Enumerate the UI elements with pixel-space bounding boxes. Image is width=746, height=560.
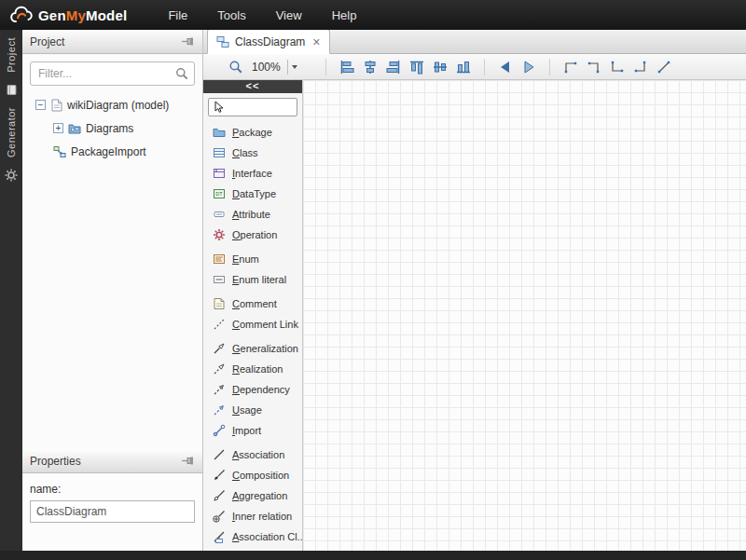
tree-item-wikidiagram-model[interactable]: − wikiDiagram (model) [22,93,202,116]
palette-item-generalization[interactable]: Generalization [203,338,302,359]
palette-item-usage[interactable]: Usage [203,400,302,420]
align-top-icon[interactable] [407,57,427,77]
palette-item-interface[interactable]: Interface [203,163,302,184]
dependency-icon [213,383,226,396]
zoom-level[interactable]: 100% [249,61,283,74]
routing-corner-br-icon[interactable] [630,57,651,77]
palette-item-enum-literal[interactable]: Enum literal [203,269,302,290]
tree-item-label: wikiDiagram (model) [67,99,169,112]
align-left-icon[interactable] [337,57,357,77]
notebook-icon[interactable] [6,84,18,96]
palette-item-composition[interactable]: Composition [203,465,302,485]
palette-item-import[interactable]: Import [203,420,302,441]
aggregation-icon [213,489,226,502]
zoom-icon[interactable] [226,57,246,77]
palette-item-class[interactable]: Class [203,143,302,163]
palette-item-enum[interactable]: Enum [203,249,302,269]
comment-icon [213,297,226,310]
package-import-icon [53,145,66,158]
attribute-icon [213,208,226,221]
menu-tools[interactable]: Tools [202,3,260,28]
align-bottom-icon[interactable] [453,57,474,77]
align-right-icon[interactable] [383,57,404,77]
palette-item-label: Package [232,127,272,138]
comment-link-icon [213,318,226,331]
menu-help[interactable]: Help [317,3,372,28]
palette-collapse-button[interactable]: << [203,80,302,93]
palette-item-operation[interactable]: Operation [203,225,302,245]
align-middle-icon[interactable] [430,57,450,77]
palette-item-label: Attribute [232,209,270,220]
gear-icon[interactable] [5,169,18,182]
properties-panel-title: Properties [30,455,81,468]
palette-item-dependency[interactable]: Dependency [203,379,302,400]
tab-classdiagram[interactable]: ClassDiagram × [207,29,330,54]
left-rail: Project Generator [0,30,22,551]
palette-item-aggregation[interactable]: Aggregation [203,485,302,506]
palette: << PackageClassInterfaceDTDataTypeAttrib… [203,80,303,551]
collapse-expander-icon[interactable]: − [35,100,46,110]
palette-item-attribute[interactable]: Attribute [203,204,302,225]
palette-item-association[interactable]: Association [203,444,302,465]
bottom-bar [0,551,746,560]
palette-item-comment-link[interactable]: Comment Link [203,314,302,335]
routing-corner-tr-icon[interactable] [584,57,604,77]
tab-label: ClassDiagram [235,35,305,48]
palette-item-label: Generalization [232,343,298,354]
project-panel: Project − [22,30,203,449]
zoom-dropdown-icon[interactable] [287,60,297,75]
genmymodel-logo: GenMyModel [0,6,136,24]
editor-toolbar: 100% [203,54,746,80]
routing-oblique-icon[interactable] [654,57,674,77]
palette-item-association-cl[interactable]: Association Cl... [203,526,302,547]
composition-icon [213,469,226,482]
routing-corner-tl-icon[interactable] [560,57,581,77]
name-input[interactable] [30,500,195,523]
toolbar-separator [549,59,550,75]
filter-input[interactable] [30,61,195,86]
diagram-canvas[interactable] [303,80,746,551]
class-diagram-icon [216,35,229,48]
palette-item-comment[interactable]: Comment [203,294,302,314]
model-icon [50,99,62,112]
rail-tab-generator[interactable]: Generator [6,107,17,157]
association-class-icon [213,530,226,543]
palette-item-label: Comment [232,298,277,309]
palette-item-label: Class [232,147,258,158]
package-icon [213,126,226,139]
pin-icon[interactable] [182,457,195,465]
tree-item-label: Diagrams [86,122,133,135]
palette-item-label: Association Cl... [232,531,303,542]
tree-item-packageimport[interactable]: PackageImport [22,140,202,163]
tree-item-label: PackageImport [71,145,146,158]
tab-close-icon[interactable]: × [312,36,320,48]
align-center-icon[interactable] [360,57,380,77]
selection-tool[interactable] [208,98,297,116]
tree-item-diagrams[interactable]: + Diagrams [22,116,202,140]
logo-text: GenMyModel [38,7,127,23]
flip-left-icon[interactable] [495,57,516,77]
routing-corner-bl-icon[interactable] [607,57,628,77]
folder-icon [68,123,81,134]
rail-tab-project[interactable]: Project [6,37,17,73]
palette-item-label: Inner relation [232,511,292,522]
palette-item-label: DataType [232,188,276,199]
palette-group: GeneralizationRealizationDependencyUsage… [203,338,302,441]
menu-view[interactable]: View [261,3,317,28]
palette-item-realization[interactable]: Realization [203,359,302,379]
enum-literal-icon [213,273,226,286]
palette-group: EnumEnum literal [203,249,302,290]
palette-item-package[interactable]: Package [203,122,302,143]
topbar: GenMyModel File Tools View Help [0,0,746,30]
expand-expander-icon[interactable]: + [53,123,63,133]
inner-relation-icon [213,510,226,523]
palette-item-label: Enum [232,253,259,265]
palette-group: CommentComment Link [203,294,302,335]
palette-item-inner-relation[interactable]: Inner relation [203,506,302,526]
usage-icon [213,403,226,417]
palette-item-datatype[interactable]: DTDataType [203,184,302,204]
palette-group: AssociationCompositionAggregationInner r… [203,444,302,547]
flip-right-icon[interactable] [518,57,539,77]
menu-file[interactable]: File [153,3,202,28]
pin-icon[interactable] [182,37,195,46]
